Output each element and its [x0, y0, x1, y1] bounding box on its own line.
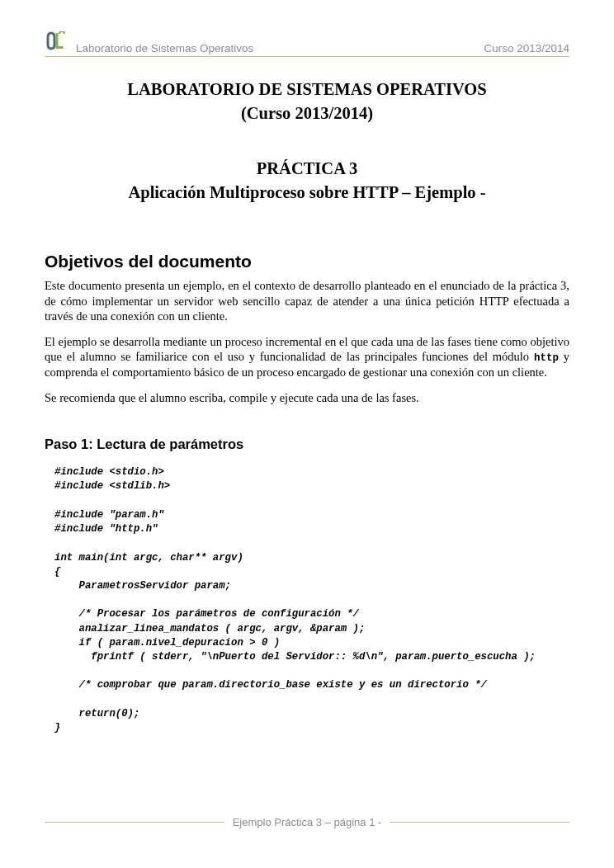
document-page: Laboratorio de Sistemas Operativos Curso…: [0, 0, 614, 735]
page-footer: Ejemplo Práctica 3 – página 1 -: [45, 816, 569, 828]
footer-rule-left: [45, 822, 224, 823]
logo-icon: [45, 31, 68, 54]
practice-number: PRÁCTICA 3: [45, 159, 569, 178]
practice-title: Aplicación Multiproceso sobre HTTP – Eje…: [45, 183, 569, 202]
section-heading-objectives: Objetivos del documento: [45, 252, 569, 271]
header-course-text: Curso 2013/2014: [484, 42, 569, 54]
inline-code-http: http: [534, 352, 559, 364]
footer-line: Ejemplo Práctica 3 – página 1 -: [45, 816, 569, 828]
paragraph-2: El ejemplo se desarrolla mediante un pro…: [45, 334, 569, 380]
footer-rule-right: [390, 822, 569, 823]
paragraph-2a: El ejemplo se desarrolla mediante un pro…: [45, 335, 569, 364]
step1-heading: Paso 1: Lectura de parámetros: [45, 436, 569, 452]
page-header: Laboratorio de Sistemas Operativos Curso…: [45, 31, 569, 57]
paragraph-3: Se recomienda que el alumno escriba, com…: [45, 390, 569, 406]
title-line2: (Curso 2013/2014): [45, 104, 569, 123]
title-block: LABORATORIO DE SISTEMAS OPERATIVOS (Curs…: [45, 80, 569, 202]
paragraph-1: Este documento presenta un ejemplo, en e…: [45, 278, 569, 324]
footer-text: Ejemplo Práctica 3 – página 1 -: [233, 816, 382, 828]
step1-code-block: #include <stdio.h> #include <stdlib.h> #…: [54, 465, 569, 735]
header-left: Laboratorio de Sistemas Operativos: [45, 31, 253, 54]
title-line1: LABORATORIO DE SISTEMAS OPERATIVOS: [45, 80, 569, 99]
svg-rect-0: [58, 46, 64, 49]
header-lab-text: Laboratorio de Sistemas Operativos: [76, 42, 253, 54]
